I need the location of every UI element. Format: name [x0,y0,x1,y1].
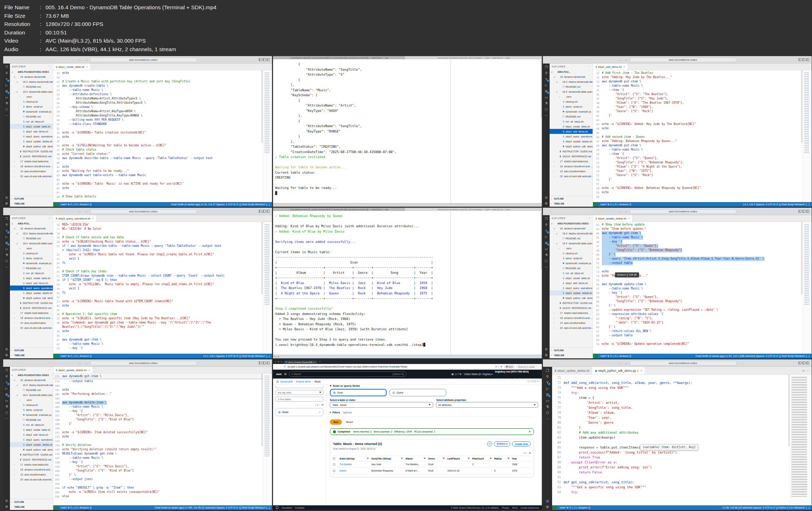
tree-item[interactable]: $step2_add_items.sh [550,129,593,134]
tree-item[interactable]: ▮QUICK_REFERENCE.md [550,154,593,159]
activity-bar-icon[interactable]: ▷ [5,387,8,390]
panel-header[interactable]: ›OUTLINE [550,348,593,353]
create-item-button[interactable]: Create item [512,441,531,446]
tree-item[interactable]: ∨16.4_dynamodb-table-oper... [550,89,593,94]
activity-bar-icon[interactable]: ⊞1 [5,393,8,396]
activity-bar-icon[interactable]: ⚲ [5,375,8,378]
tree-item[interactable]: ⓘREADME.md [10,387,53,392]
more-actions-icon[interactable]: ⋯ [588,217,590,219]
activity-bar-icon[interactable]: ❐ [545,66,547,69]
activity-bar-icon[interactable]: ❐ [5,66,8,69]
tree-item[interactable]: $run_all_steps.sh [10,422,53,427]
attribute-projection-select[interactable]: All attributes [436,402,539,408]
cloudshell-button[interactable]: CloudShell [282,507,292,509]
tab-step3-query-operations[interactable]: $step3_query_operations.sh× [53,215,97,222]
more-actions-icon[interactable]: ⋯ [48,217,51,219]
tree-item[interactable]: ◆step5_python_sdk_demo... [10,144,53,149]
nav-forward-icon[interactable]: → [624,210,628,213]
tree-item[interactable]: ∨AWS-FOU... [550,69,593,74]
remote-indicator[interactable] [593,202,598,207]
status-right[interactable]: Chad Smith (4 weeks ago) Ln 31, Col 27 S… [171,203,270,206]
run-button[interactable]: ▷ [803,369,805,372]
activity-bar-icon[interactable]: ◎ [546,499,549,502]
remote-indicator[interactable] [53,505,59,510]
nav-back-icon[interactable]: ← [618,58,622,62]
nav-back-icon[interactable]: ← [79,361,82,365]
panel-header[interactable]: ›OUTLINE [550,196,593,201]
tab-step2-add-items[interactable]: $step2_add_items.sh× [593,64,628,70]
command-center-search[interactable]: aws-foundations-video [90,209,197,214]
tree-item[interactable]: ◆step5_python_sdk_demo... [550,295,593,300]
nav-back-icon[interactable]: ← [79,210,82,213]
filter-icon[interactable] [490,458,492,459]
minimize-window-icon[interactable] [278,361,279,362]
tree-item[interactable]: ∨16.3_deploy-dynamodb-tab... [10,231,53,236]
panel-header[interactable]: ›OUTLINE [10,499,53,504]
activity-bar-icon[interactable]: ⚲ [545,72,547,75]
scrollbar[interactable] [261,222,263,294]
activity-bar-icon[interactable]: ⚙ [545,354,547,357]
activity-bar-icon[interactable]: ⋯ [5,114,8,117]
tree-item[interactable]: ▮INSTRUCTOR_GUIDE.md [550,149,593,154]
breadcrumb-dynamodb[interactable]: DynamoDB [280,380,293,383]
nav-forward-icon[interactable]: → [624,361,628,365]
amazon-q-tooltip[interactable]: Amazon Q: Edit ⌘I [615,272,639,277]
forward-button[interactable]: → [280,365,282,368]
activity-bar-icon[interactable]: ⚗ [5,102,8,105]
tree-item[interactable]: $demo_script.sh [550,256,593,261]
activity-bar-icon[interactable]: ⚙ [546,505,549,509]
collapse-icon[interactable]: ▾ [330,385,331,387]
browser-tab[interactable]: Items | Amazon DynamoDB t× [284,360,317,364]
close-window-icon[interactable] [275,361,276,362]
status-right[interactable]: Chad Smith (4 weeks ago) Ln 52, Col 1 (2… [696,355,810,357]
tab-step4-update-delete[interactable]: $step4_update_delete.sh [552,367,592,374]
tree-item[interactable]: ›19_aws-cloudformation [550,320,593,325]
layout-controls-icon[interactable] [259,58,269,61]
activity-bar-icon[interactable]: ⋯ [545,266,548,269]
privacy-link[interactable]: Privacy [502,507,509,509]
scan-radio[interactable]: Scan [330,389,387,396]
pagination[interactable]: ‹ 1 › [523,452,527,455]
tree-item[interactable]: $run_all_steps.sh [550,119,593,124]
column-artist[interactable]: Artist (String) [339,457,371,460]
activity-bar-icon[interactable]: ▷ [546,387,549,390]
activity-bar-icon[interactable]: ❐ [5,217,8,221]
activity-bar-icon[interactable]: ◎ [5,348,8,351]
activity-bar-icon[interactable]: ⚗ [5,254,8,257]
scrollbar[interactable] [801,70,802,143]
reload-button[interactable]: ⟳ [284,365,285,368]
activity-bar-icon[interactable]: ◎ [545,196,548,199]
tree-item[interactable]: ◆step5_python_sdk_demo... [550,144,593,149]
breadcrumb-explore-items[interactable]: Explore items [296,380,311,383]
code-editor[interactable]: 172aws dynamodb get-item \179 --output t… [53,374,263,505]
tree-item[interactable]: ›17_elastic-load-balancing [550,159,593,164]
tree-item[interactable]: ∨16.4_dynamodb-table-oper... [10,89,53,94]
tree-item[interactable]: ›17_elastic-load-balancing [550,310,593,315]
tree-item[interactable]: $step2_add_items.sh [10,432,53,437]
panel-header[interactable]: ›TIMELINE [10,201,53,206]
activity-bar-icon[interactable]: ⚲ [5,72,8,75]
aws-search-input[interactable]: ⚲ Search[Option+S] [289,371,406,377]
tree-item[interactable]: ⓘREADME.md [550,266,593,271]
filter-icon[interactable] [443,458,445,459]
activity-bar-icon[interactable]: ◎ [5,499,8,502]
tree-item[interactable]: ∨16.3_deploy-dynamodb-tab... [550,79,593,84]
close-icon[interactable]: × [623,65,625,69]
tree-item[interactable]: ⓘREADME.md [10,114,53,119]
remote-indicator[interactable] [53,354,59,358]
minimap[interactable] [263,70,272,202]
activity-bar-icon[interactable]: ⊞1 [545,241,548,245]
tree-item[interactable]: $step1_create_table.sh [10,124,53,129]
tree-item[interactable]: ⓘREADME.md [10,417,53,422]
more-actions-icon[interactable]: ⋯ [588,65,590,68]
tree-item[interactable]: ▮INSTRUCTOR_GUIDE.md [550,300,593,305]
tree-item[interactable]: ⓘREADME.md [550,114,593,119]
nav-back-icon[interactable]: ← [618,210,622,213]
filter-icon[interactable] [401,458,403,459]
status-right[interactable]: Ln 48, Col 36 (15 selected) Spaces: 4 UT… [723,506,810,509]
remote-indicator[interactable] [53,202,59,207]
tree-item[interactable]: ∨16.4_dynamodb-table-oper... [550,241,593,246]
tree-item[interactable]: ▮QUICK_REFERENCE.md [550,305,593,310]
command-center-search[interactable]: aws-foundations-video [90,58,197,62]
gear-icon[interactable]: ⚙ [321,403,323,406]
